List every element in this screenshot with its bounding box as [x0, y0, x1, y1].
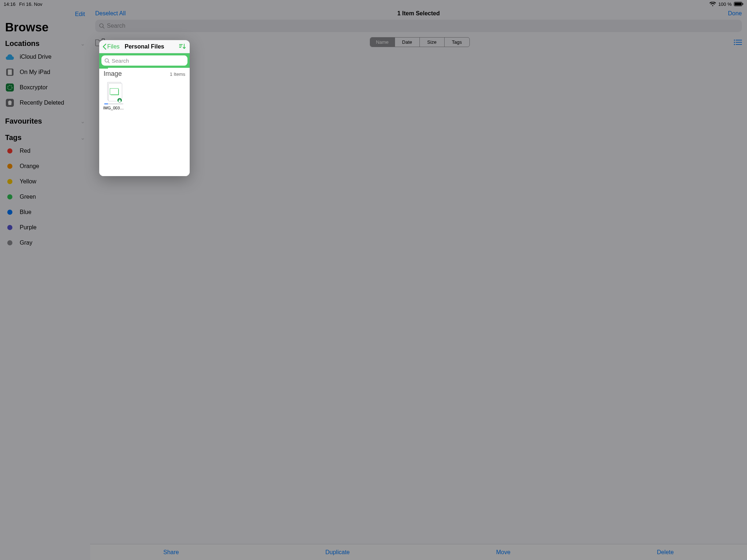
popover-search-input[interactable]	[112, 58, 185, 64]
modal-dim[interactable]	[0, 0, 467, 350]
file-thumbnail	[104, 81, 123, 103]
sort-button[interactable]	[179, 43, 186, 50]
svg-line-22	[108, 62, 109, 63]
file-item[interactable]: IMG_0035.J…	[103, 81, 125, 110]
popover-search[interactable]	[101, 55, 187, 66]
upload-progress	[104, 104, 123, 104]
folder-section-name: Image	[104, 70, 122, 78]
svg-rect-23	[119, 100, 121, 102]
back-button[interactable]: Files	[102, 43, 120, 50]
file-name-label: IMG_0035.J…	[103, 106, 124, 110]
lock-badge-icon	[117, 97, 123, 103]
svg-point-21	[105, 58, 108, 62]
file-provider-popover: Files Personal Files Image 1 Items	[99, 40, 190, 176]
chevron-left-icon	[102, 43, 107, 50]
search-icon	[104, 58, 110, 63]
folder-item-count: 1 Items	[170, 71, 185, 77]
image-stack-icon	[111, 89, 119, 95]
back-label: Files	[107, 43, 120, 50]
